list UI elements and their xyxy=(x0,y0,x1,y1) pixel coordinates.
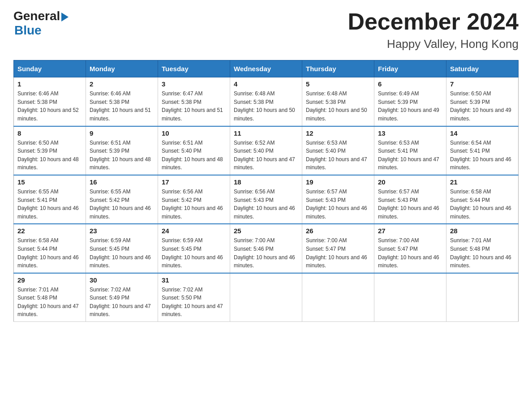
day-number: 8 xyxy=(17,129,82,137)
calendar-cell: 23 Sunrise: 6:59 AM Sunset: 5:45 PM Dayl… xyxy=(86,224,158,273)
calendar-cell xyxy=(230,273,302,322)
calendar-cell: 10 Sunrise: 6:51 AM Sunset: 5:40 PM Dayl… xyxy=(158,126,230,175)
calendar-cell: 5 Sunrise: 6:48 AM Sunset: 5:38 PM Dayli… xyxy=(302,77,374,126)
day-number: 22 xyxy=(17,227,82,235)
day-info: Sunrise: 6:56 AM Sunset: 5:43 PM Dayligh… xyxy=(234,188,298,221)
day-number: 20 xyxy=(378,178,442,186)
calendar-cell: 6 Sunrise: 6:49 AM Sunset: 5:39 PM Dayli… xyxy=(374,77,446,126)
day-info: Sunrise: 6:53 AM Sunset: 5:40 PM Dayligh… xyxy=(306,139,370,172)
calendar-cell: 11 Sunrise: 6:52 AM Sunset: 5:40 PM Dayl… xyxy=(230,126,302,175)
day-number: 3 xyxy=(162,80,226,88)
calendar-cell: 27 Sunrise: 7:00 AM Sunset: 5:47 PM Dayl… xyxy=(374,224,446,273)
day-info: Sunrise: 6:52 AM Sunset: 5:40 PM Dayligh… xyxy=(234,139,298,172)
day-info: Sunrise: 6:50 AM Sunset: 5:39 PM Dayligh… xyxy=(17,139,82,172)
logo-arrow-icon xyxy=(61,13,69,21)
day-info: Sunrise: 6:57 AM Sunset: 5:43 PM Dayligh… xyxy=(306,188,370,221)
day-info: Sunrise: 6:56 AM Sunset: 5:42 PM Dayligh… xyxy=(162,188,226,221)
calendar-table: SundayMondayTuesdayWednesdayThursdayFrid… xyxy=(13,60,519,322)
calendar-cell: 2 Sunrise: 6:46 AM Sunset: 5:38 PM Dayli… xyxy=(86,77,158,126)
day-number: 14 xyxy=(450,129,515,137)
calendar-cell: 1 Sunrise: 6:46 AM Sunset: 5:38 PM Dayli… xyxy=(14,77,86,126)
day-info: Sunrise: 7:01 AM Sunset: 5:48 PM Dayligh… xyxy=(450,236,515,270)
day-info: Sunrise: 6:48 AM Sunset: 5:38 PM Dayligh… xyxy=(234,90,298,123)
day-info: Sunrise: 6:55 AM Sunset: 5:41 PM Dayligh… xyxy=(17,188,82,221)
logo-blue-text: Blue xyxy=(14,23,42,38)
day-number: 23 xyxy=(90,227,154,235)
day-info: Sunrise: 6:58 AM Sunset: 5:44 PM Dayligh… xyxy=(450,188,515,221)
day-info: Sunrise: 6:49 AM Sunset: 5:39 PM Dayligh… xyxy=(378,90,442,123)
day-number: 12 xyxy=(306,129,370,137)
calendar-cell: 21 Sunrise: 6:58 AM Sunset: 5:44 PM Dayl… xyxy=(446,175,519,224)
day-info: Sunrise: 7:02 AM Sunset: 5:50 PM Dayligh… xyxy=(162,286,226,319)
day-number: 5 xyxy=(306,80,370,88)
day-number: 31 xyxy=(162,276,226,284)
day-number: 17 xyxy=(162,178,226,186)
day-info: Sunrise: 7:00 AM Sunset: 5:46 PM Dayligh… xyxy=(234,236,298,270)
day-info: Sunrise: 6:46 AM Sunset: 5:38 PM Dayligh… xyxy=(90,90,154,123)
calendar-week-row: 15 Sunrise: 6:55 AM Sunset: 5:41 PM Dayl… xyxy=(14,175,519,224)
day-number: 26 xyxy=(306,227,370,235)
weekday-header-wednesday: Wednesday xyxy=(230,60,302,77)
day-info: Sunrise: 6:58 AM Sunset: 5:44 PM Dayligh… xyxy=(17,236,82,270)
day-number: 13 xyxy=(378,129,442,137)
day-info: Sunrise: 6:53 AM Sunset: 5:41 PM Dayligh… xyxy=(378,139,442,172)
day-info: Sunrise: 7:02 AM Sunset: 5:49 PM Dayligh… xyxy=(90,286,154,319)
logo-general-text: General xyxy=(13,9,60,23)
page-header: General Blue December 2024 Happy Valley,… xyxy=(13,9,519,51)
day-number: 6 xyxy=(378,80,442,88)
calendar-week-row: 29 Sunrise: 7:01 AM Sunset: 5:48 PM Dayl… xyxy=(14,273,519,322)
calendar-cell: 20 Sunrise: 6:57 AM Sunset: 5:43 PM Dayl… xyxy=(374,175,446,224)
weekday-header-tuesday: Tuesday xyxy=(158,60,230,77)
weekday-header-sunday: Sunday xyxy=(14,60,86,77)
calendar-cell: 22 Sunrise: 6:58 AM Sunset: 5:44 PM Dayl… xyxy=(14,224,86,273)
calendar-cell: 15 Sunrise: 6:55 AM Sunset: 5:41 PM Dayl… xyxy=(14,175,86,224)
day-number: 1 xyxy=(17,80,82,88)
day-number: 10 xyxy=(162,129,226,137)
day-info: Sunrise: 6:48 AM Sunset: 5:38 PM Dayligh… xyxy=(306,90,370,123)
day-info: Sunrise: 7:00 AM Sunset: 5:47 PM Dayligh… xyxy=(378,236,442,270)
day-number: 21 xyxy=(450,178,515,186)
day-number: 28 xyxy=(450,227,515,235)
calendar-cell: 30 Sunrise: 7:02 AM Sunset: 5:49 PM Dayl… xyxy=(86,273,158,322)
weekday-header-row: SundayMondayTuesdayWednesdayThursdayFrid… xyxy=(14,60,519,77)
weekday-header-saturday: Saturday xyxy=(446,60,519,77)
weekday-header-monday: Monday xyxy=(86,60,158,77)
day-info: Sunrise: 6:47 AM Sunset: 5:38 PM Dayligh… xyxy=(162,90,226,123)
day-number: 18 xyxy=(234,178,298,186)
day-number: 11 xyxy=(234,129,298,137)
calendar-cell: 28 Sunrise: 7:01 AM Sunset: 5:48 PM Dayl… xyxy=(446,224,519,273)
calendar-cell: 12 Sunrise: 6:53 AM Sunset: 5:40 PM Dayl… xyxy=(302,126,374,175)
weekday-header-friday: Friday xyxy=(374,60,446,77)
day-number: 30 xyxy=(90,276,154,284)
calendar-cell xyxy=(446,273,519,322)
calendar-cell: 13 Sunrise: 6:53 AM Sunset: 5:41 PM Dayl… xyxy=(374,126,446,175)
title-block: December 2024 Happy Valley, Hong Kong xyxy=(348,9,519,51)
calendar-cell: 31 Sunrise: 7:02 AM Sunset: 5:50 PM Dayl… xyxy=(158,273,230,322)
calendar-week-row: 8 Sunrise: 6:50 AM Sunset: 5:39 PM Dayli… xyxy=(14,126,519,175)
day-info: Sunrise: 6:59 AM Sunset: 5:45 PM Dayligh… xyxy=(90,236,154,270)
calendar-cell: 3 Sunrise: 6:47 AM Sunset: 5:38 PM Dayli… xyxy=(158,77,230,126)
day-info: Sunrise: 7:00 AM Sunset: 5:47 PM Dayligh… xyxy=(306,236,370,270)
day-info: Sunrise: 6:51 AM Sunset: 5:39 PM Dayligh… xyxy=(90,139,154,172)
calendar-cell xyxy=(374,273,446,322)
logo[interactable]: General Blue xyxy=(13,9,69,38)
calendar-cell: 7 Sunrise: 6:50 AM Sunset: 5:39 PM Dayli… xyxy=(446,77,519,126)
day-info: Sunrise: 6:55 AM Sunset: 5:42 PM Dayligh… xyxy=(90,188,154,221)
weekday-header-thursday: Thursday xyxy=(302,60,374,77)
calendar-cell: 16 Sunrise: 6:55 AM Sunset: 5:42 PM Dayl… xyxy=(86,175,158,224)
day-number: 25 xyxy=(234,227,298,235)
day-info: Sunrise: 6:57 AM Sunset: 5:43 PM Dayligh… xyxy=(378,188,442,221)
day-number: 4 xyxy=(234,80,298,88)
day-number: 29 xyxy=(17,276,82,284)
day-number: 24 xyxy=(162,227,226,235)
day-number: 27 xyxy=(378,227,442,235)
day-number: 15 xyxy=(17,178,82,186)
calendar-cell: 14 Sunrise: 6:54 AM Sunset: 5:41 PM Dayl… xyxy=(446,126,519,175)
day-info: Sunrise: 7:01 AM Sunset: 5:48 PM Dayligh… xyxy=(17,286,82,319)
day-number: 9 xyxy=(90,129,154,137)
day-number: 16 xyxy=(90,178,154,186)
calendar-cell: 18 Sunrise: 6:56 AM Sunset: 5:43 PM Dayl… xyxy=(230,175,302,224)
calendar-cell: 17 Sunrise: 6:56 AM Sunset: 5:42 PM Dayl… xyxy=(158,175,230,224)
day-number: 19 xyxy=(306,178,370,186)
month-year-title: December 2024 xyxy=(348,9,519,34)
